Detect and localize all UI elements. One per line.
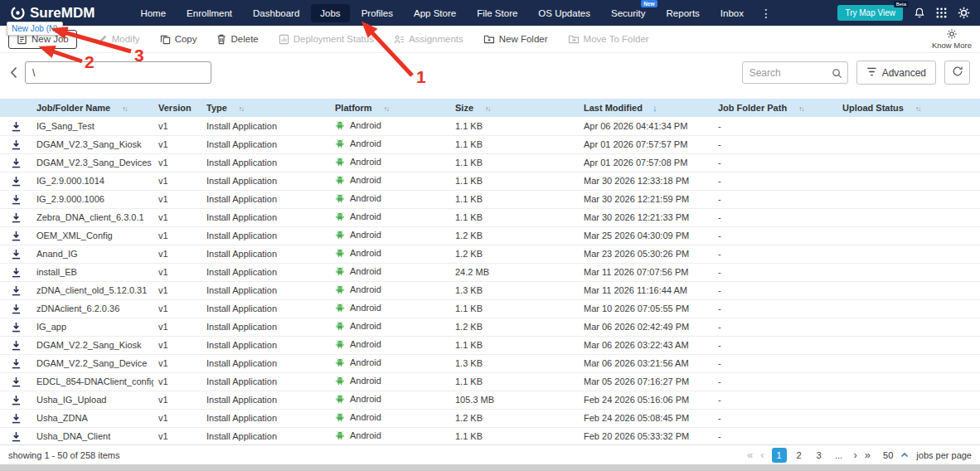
sort-icon[interactable]: ↑↓ — [239, 105, 244, 113]
apps-grid-icon[interactable] — [936, 7, 947, 18]
notifications-bell-icon[interactable] — [914, 7, 925, 19]
job-row[interactable]: IG_Sang_Testv1Install ApplicationAndroid… — [0, 117, 980, 135]
job-row[interactable]: DGAM_V2.3_Sang_Kioskv1Install Applicatio… — [0, 135, 980, 153]
download-icon[interactable] — [11, 395, 22, 405]
know-more-button[interactable]: Know More — [932, 28, 972, 50]
suremdm-logo[interactable]: SureMDM — [10, 5, 95, 22]
job-row[interactable]: IG_appv1Install ApplicationAndroid1.2 KB… — [0, 318, 980, 336]
download-icon[interactable] — [11, 358, 22, 369]
job-modified: Mar 06 2026 03:22:43 AM — [579, 336, 713, 354]
try-map-view-button[interactable]: Try Map View Beta — [837, 5, 903, 21]
sort-icon[interactable]: ↑↓ — [384, 105, 389, 113]
nav-item-inbox[interactable]: Inbox — [711, 4, 753, 22]
back-chevron-icon[interactable] — [10, 66, 17, 79]
nav-item-profiles[interactable]: Profiles — [352, 4, 402, 22]
settings-gear-icon[interactable] — [958, 7, 970, 19]
job-row[interactable]: EDCL_854-DNAClient_configv1Install Appli… — [0, 372, 980, 391]
nav-item-file-store[interactable]: File Store — [468, 4, 526, 22]
nav-item-enrollment[interactable]: Enrollment — [177, 4, 241, 22]
job-row[interactable]: DGAM_V2.2_Sang_Devicev1Install Applicati… — [0, 354, 980, 372]
advanced-search-button[interactable]: Advanced — [856, 61, 936, 85]
job-upload-status — [837, 372, 980, 391]
column-header-platform[interactable]: Platform↑↓ — [330, 99, 450, 117]
job-folder-path: - — [713, 208, 837, 226]
sort-desc-icon[interactable]: ↓ — [653, 103, 657, 113]
page-2[interactable]: 2 — [792, 448, 807, 463]
download-icon[interactable] — [11, 158, 22, 168]
more-menu-icon[interactable]: ⋮ — [753, 7, 779, 20]
prev-page-button[interactable]: ‹ — [760, 449, 764, 461]
job-row[interactable]: DGAM_V2.2_Sang_Kioskv1Install Applicatio… — [0, 336, 980, 354]
nav-item-jobs[interactable]: Jobs — [311, 4, 349, 22]
job-platform: Android — [330, 391, 450, 409]
column-header-job-folder-path[interactable]: Job Folder Path↑↓ — [713, 99, 837, 117]
download-icon[interactable] — [11, 285, 22, 296]
new-folder-button[interactable]: New Folder — [483, 34, 548, 44]
job-row[interactable]: zDNAclient_6.2.0.36v1Install Application… — [0, 299, 980, 318]
download-icon[interactable] — [11, 176, 22, 187]
download-icon[interactable] — [11, 413, 22, 424]
job-name: zDNA_client_old_5.12.0.31 — [32, 281, 153, 299]
page-3[interactable]: 3 — [812, 448, 827, 463]
download-icon[interactable] — [11, 212, 22, 223]
nav-item-security[interactable]: SecurityNew — [602, 4, 655, 22]
download-icon[interactable] — [11, 139, 22, 150]
download-icon[interactable] — [11, 322, 22, 333]
download-icon[interactable] — [11, 431, 22, 442]
refresh-button[interactable] — [944, 61, 970, 85]
job-row[interactable]: DGAM_V2.3_Sang_Devicesv1Install Applicat… — [0, 153, 980, 172]
job-row[interactable]: IG_2.9.000.1014v1Install ApplicationAndr… — [0, 172, 980, 190]
job-row[interactable]: IG_2.9.000.1006v1Install ApplicationAndr… — [0, 190, 980, 208]
assignments-button[interactable]: Assignments — [394, 34, 463, 45]
job-size: 1.3 KB — [450, 281, 579, 299]
first-page-button[interactable]: « — [747, 449, 753, 461]
download-icon[interactable] — [11, 340, 22, 351]
sort-icon[interactable]: ↑↓ — [915, 105, 920, 113]
last-page-button[interactable]: » — [865, 449, 871, 461]
job-name: zDNAclient_6.2.0.36 — [32, 299, 153, 318]
download-icon[interactable] — [11, 249, 22, 260]
move-to-folder-button[interactable]: Move To Folder — [568, 34, 649, 44]
nav-item-home[interactable]: Home — [131, 4, 175, 22]
job-row[interactable]: install_EBv1Install ApplicationAndroid24… — [0, 263, 980, 281]
chevron-up-icon[interactable] — [900, 452, 909, 458]
copy-button[interactable]: Copy — [160, 34, 197, 45]
page-size-select[interactable]: 50 — [883, 450, 893, 460]
download-icon[interactable] — [11, 267, 22, 278]
nav-item-app-store[interactable]: App Store — [405, 4, 465, 22]
job-row[interactable]: Usha_ZDNAv1Install ApplicationAndroid1.2… — [0, 409, 980, 427]
job-row[interactable]: OEM_XML_Configv1Install ApplicationAndro… — [0, 226, 980, 245]
download-icon[interactable] — [11, 194, 22, 205]
download-icon[interactable] — [11, 121, 22, 132]
column-header-upload-status[interactable]: Upload Status↑↓ — [837, 99, 980, 117]
column-header-last-modified[interactable]: Last Modified↓ — [579, 99, 713, 117]
job-row[interactable]: Usha_DNA_Clientv1Install ApplicationAndr… — [0, 427, 980, 444]
job-type: Install Application — [201, 172, 330, 190]
nav-item-dashboard[interactable]: Dashboard — [244, 4, 308, 22]
delete-button[interactable]: Delete — [216, 34, 258, 45]
column-header-job-folder-name[interactable]: Job/Folder Name↑↓ — [32, 99, 153, 117]
sort-icon[interactable]: ↑↓ — [798, 105, 803, 113]
modify-button[interactable]: Modify — [97, 34, 140, 45]
sort-icon[interactable]: ↑↓ — [122, 105, 127, 113]
folder-path-input[interactable] — [25, 61, 211, 84]
download-icon[interactable] — [11, 303, 22, 314]
search-icon[interactable] — [832, 67, 842, 82]
nav-item-os-updates[interactable]: OS Updates — [529, 4, 599, 22]
job-row[interactable]: Anand_IGv1Install ApplicationAndroid1.2 … — [0, 245, 980, 263]
column-header-type[interactable]: Type↑↓ — [201, 99, 330, 117]
sort-icon[interactable]: ↑↓ — [485, 105, 490, 113]
nav-item-reports[interactable]: Reports — [657, 4, 709, 22]
next-page-button[interactable]: › — [854, 449, 857, 461]
job-row[interactable]: Usha_IG_Uploadv1Install ApplicationAndro… — [0, 391, 980, 409]
column-header-size[interactable]: Size↑↓ — [450, 99, 579, 117]
download-icon[interactable] — [11, 231, 22, 241]
column-header-version[interactable]: Version — [153, 99, 201, 117]
job-row[interactable]: Zebra_DNA_client_6.3.0.1v1Install Applic… — [0, 208, 980, 226]
job-row[interactable]: zDNA_client_old_5.12.0.31v1Install Appli… — [0, 281, 980, 299]
download-icon[interactable] — [11, 376, 22, 387]
deployment-status-button[interactable]: Deployment Status — [279, 34, 374, 45]
page-1[interactable]: 1 — [772, 448, 787, 463]
page-ellipsis[interactable]: ... — [832, 448, 847, 463]
job-platform: Android — [330, 172, 450, 190]
